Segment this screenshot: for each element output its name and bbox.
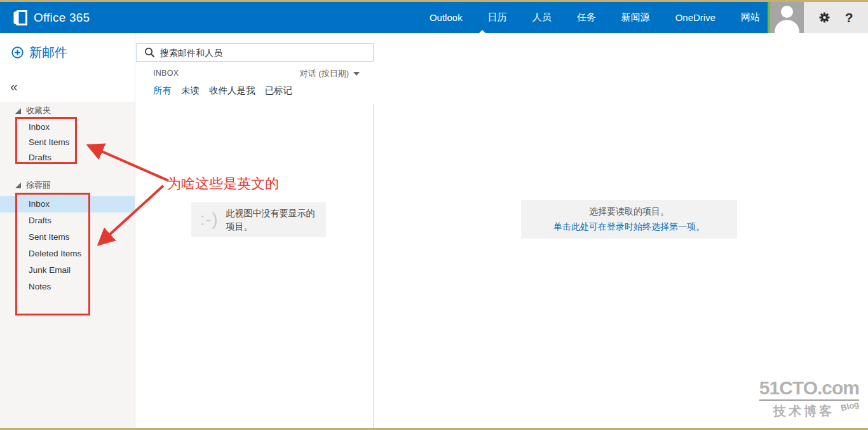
nav-tasks[interactable]: 任务 [576, 3, 597, 32]
folder-junk-email[interactable]: Junk Email [0, 262, 135, 279]
sort-label: 对话 (按日期) [300, 68, 349, 80]
mailbox-section-header[interactable]: 徐蓉丽 [0, 178, 135, 192]
tree-expanded-icon [15, 108, 21, 114]
mailbox-title: 徐蓉丽 [26, 179, 51, 191]
nav-sites[interactable]: 网站 [740, 3, 761, 32]
nav-calendar[interactable]: 日历 [487, 3, 508, 32]
watermark-title: 51CTO.com [759, 377, 859, 401]
brand-text: Office 365 [34, 11, 90, 25]
current-folder-label: INBOX [153, 69, 179, 78]
search-input[interactable] [160, 48, 373, 58]
office-logo-icon [13, 9, 28, 27]
plus-circle-icon [11, 46, 24, 59]
smiley-icon: :-) [200, 210, 218, 230]
empty-list-card: :-) 此视图中没有要显示的项目。 [191, 202, 326, 237]
corner-tools: ? [804, 2, 868, 33]
nav-outlook[interactable]: Outlook [428, 3, 464, 32]
favorites-section-header[interactable]: 收藏夹 [0, 104, 135, 118]
o365-suite-bar: Office 365 Outlook 日历 人员 任务 新闻源 OneDrive… [0, 2, 868, 33]
folder-inbox-fav[interactable]: Inbox [0, 120, 135, 135]
new-mail-label: 新邮件 [29, 44, 67, 61]
watermark-subtitle: 技术博客 [773, 403, 834, 420]
sort-dropdown[interactable]: 对话 (按日期) [300, 68, 360, 80]
folder-sent-items-fav[interactable]: Sent Items [0, 135, 135, 150]
always-select-first-link[interactable]: 单击此处可在登录时始终选择第一项。 [553, 221, 705, 233]
reading-pane: 选择要读取的项目。 单击此处可在登录时始终选择第一项。 [374, 33, 868, 430]
tree-expanded-icon [15, 183, 21, 188]
folder-drafts[interactable]: Drafts [0, 212, 135, 229]
office365-logo[interactable]: Office 365 [13, 2, 90, 33]
folder-notes[interactable]: Notes [0, 279, 135, 295]
search-box[interactable] [136, 43, 374, 62]
folder-inbox[interactable]: Inbox [0, 196, 135, 212]
gear-icon[interactable] [818, 11, 831, 24]
search-icon [144, 47, 155, 58]
empty-list-text: 此视图中没有要显示的项目。 [226, 207, 315, 233]
watermark-badge: Blog [840, 399, 860, 413]
mailbox-items: Inbox Drafts Sent Items Deleted Items Ju… [0, 196, 135, 295]
filter-unread[interactable]: 未读 [181, 85, 200, 97]
nav-people[interactable]: 人员 [531, 3, 553, 32]
reading-pane-prompt: 选择要读取的项目。 [589, 206, 669, 218]
message-list-column: INBOX 对话 (按日期) 所有 未读 收件人是我 已标记 :-) 此视图中没… [136, 33, 374, 430]
favorites-items: Inbox Sent Items Drafts [0, 120, 135, 165]
nav-onedrive[interactable]: OneDrive [674, 3, 717, 32]
chevron-down-icon [353, 72, 360, 76]
message-list-body: :-) 此视图中没有要显示的项目。 [136, 104, 374, 430]
person-icon [770, 2, 804, 33]
suite-nav: Outlook 日历 人员 任务 新闻源 OneDrive 网站 [428, 2, 761, 33]
filter-all[interactable]: 所有 [153, 85, 172, 97]
filter-to-me[interactable]: 收件人是我 [209, 85, 255, 97]
folder-tree: 收藏夹 Inbox Sent Items Drafts 徐蓉丽 Inbox Dr… [0, 102, 135, 430]
filter-tabs: 所有 未读 收件人是我 已标记 [153, 85, 292, 97]
watermark: 51CTO.com 技术博客 Blog [759, 377, 859, 420]
collapse-pane-button[interactable]: « [10, 79, 18, 94]
favorites-title: 收藏夹 [26, 105, 51, 116]
folder-sidebar: 新邮件 « 收藏夹 Inbox Sent Items Drafts 徐蓉丽 In… [0, 33, 135, 430]
help-icon[interactable]: ? [845, 10, 853, 25]
folder-drafts-fav[interactable]: Drafts [0, 150, 135, 165]
list-header: INBOX 对话 (按日期) [136, 67, 374, 82]
folder-deleted-items[interactable]: Deleted Items [0, 246, 135, 262]
filter-flagged[interactable]: 已标记 [265, 85, 293, 97]
nav-newsfeed[interactable]: 新闻源 [620, 3, 651, 32]
avatar[interactable] [770, 2, 804, 33]
folder-sent-items[interactable]: Sent Items [0, 229, 135, 246]
new-mail-button[interactable]: 新邮件 [11, 44, 67, 61]
outlook-web-app: Office 365 Outlook 日历 人员 任务 新闻源 OneDrive… [0, 0, 868, 430]
reading-pane-card: 选择要读取的项目。 单击此处可在登录时始终选择第一项。 [521, 200, 737, 239]
